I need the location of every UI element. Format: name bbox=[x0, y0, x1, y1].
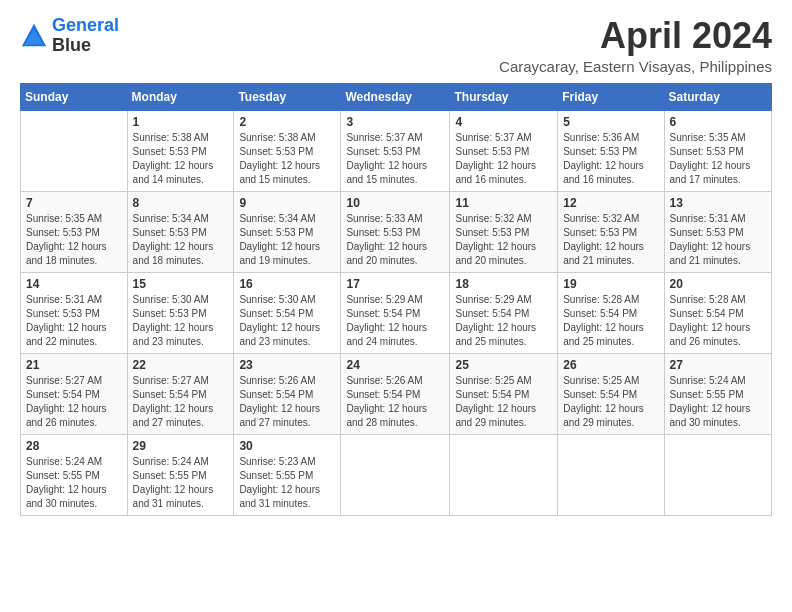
day-number: 8 bbox=[133, 196, 229, 210]
calendar-cell: 6 Sunrise: 5:35 AMSunset: 5:53 PMDayligh… bbox=[664, 110, 771, 191]
calendar-cell bbox=[21, 110, 128, 191]
day-number: 10 bbox=[346, 196, 444, 210]
day-info: Sunrise: 5:31 AMSunset: 5:53 PMDaylight:… bbox=[670, 212, 766, 268]
calendar-cell: 20 Sunrise: 5:28 AMSunset: 5:54 PMDaylig… bbox=[664, 272, 771, 353]
day-info: Sunrise: 5:23 AMSunset: 5:55 PMDaylight:… bbox=[239, 455, 335, 511]
day-info: Sunrise: 5:32 AMSunset: 5:53 PMDaylight:… bbox=[563, 212, 658, 268]
month-title: April 2024 bbox=[499, 16, 772, 56]
calendar-cell: 15 Sunrise: 5:30 AMSunset: 5:53 PMDaylig… bbox=[127, 272, 234, 353]
day-info: Sunrise: 5:32 AMSunset: 5:53 PMDaylight:… bbox=[455, 212, 552, 268]
day-info: Sunrise: 5:24 AMSunset: 5:55 PMDaylight:… bbox=[26, 455, 122, 511]
day-number: 14 bbox=[26, 277, 122, 291]
day-number: 18 bbox=[455, 277, 552, 291]
calendar-cell: 25 Sunrise: 5:25 AMSunset: 5:54 PMDaylig… bbox=[450, 353, 558, 434]
day-number: 17 bbox=[346, 277, 444, 291]
day-number: 12 bbox=[563, 196, 658, 210]
day-info: Sunrise: 5:37 AMSunset: 5:53 PMDaylight:… bbox=[346, 131, 444, 187]
calendar-week-5: 28 Sunrise: 5:24 AMSunset: 5:55 PMDaylig… bbox=[21, 434, 772, 515]
day-info: Sunrise: 5:35 AMSunset: 5:53 PMDaylight:… bbox=[670, 131, 766, 187]
day-info: Sunrise: 5:29 AMSunset: 5:54 PMDaylight:… bbox=[346, 293, 444, 349]
logo-text: GeneralBlue bbox=[52, 16, 119, 56]
day-number: 3 bbox=[346, 115, 444, 129]
calendar-cell: 2 Sunrise: 5:38 AMSunset: 5:53 PMDayligh… bbox=[234, 110, 341, 191]
calendar-cell: 21 Sunrise: 5:27 AMSunset: 5:54 PMDaylig… bbox=[21, 353, 128, 434]
calendar-week-4: 21 Sunrise: 5:27 AMSunset: 5:54 PMDaylig… bbox=[21, 353, 772, 434]
weekday-header-tuesday: Tuesday bbox=[234, 83, 341, 110]
day-number: 22 bbox=[133, 358, 229, 372]
calendar-cell: 19 Sunrise: 5:28 AMSunset: 5:54 PMDaylig… bbox=[558, 272, 664, 353]
calendar-cell bbox=[664, 434, 771, 515]
calendar-cell: 5 Sunrise: 5:36 AMSunset: 5:53 PMDayligh… bbox=[558, 110, 664, 191]
calendar-week-2: 7 Sunrise: 5:35 AMSunset: 5:53 PMDayligh… bbox=[21, 191, 772, 272]
calendar-cell: 16 Sunrise: 5:30 AMSunset: 5:54 PMDaylig… bbox=[234, 272, 341, 353]
day-number: 26 bbox=[563, 358, 658, 372]
day-number: 15 bbox=[133, 277, 229, 291]
day-number: 23 bbox=[239, 358, 335, 372]
day-number: 11 bbox=[455, 196, 552, 210]
calendar-cell: 24 Sunrise: 5:26 AMSunset: 5:54 PMDaylig… bbox=[341, 353, 450, 434]
calendar-cell: 23 Sunrise: 5:26 AMSunset: 5:54 PMDaylig… bbox=[234, 353, 341, 434]
day-info: Sunrise: 5:30 AMSunset: 5:53 PMDaylight:… bbox=[133, 293, 229, 349]
day-info: Sunrise: 5:25 AMSunset: 5:54 PMDaylight:… bbox=[563, 374, 658, 430]
day-info: Sunrise: 5:25 AMSunset: 5:54 PMDaylight:… bbox=[455, 374, 552, 430]
day-info: Sunrise: 5:33 AMSunset: 5:53 PMDaylight:… bbox=[346, 212, 444, 268]
calendar-week-1: 1 Sunrise: 5:38 AMSunset: 5:53 PMDayligh… bbox=[21, 110, 772, 191]
calendar-table: SundayMondayTuesdayWednesdayThursdayFrid… bbox=[20, 83, 772, 516]
calendar-cell: 14 Sunrise: 5:31 AMSunset: 5:53 PMDaylig… bbox=[21, 272, 128, 353]
day-number: 28 bbox=[26, 439, 122, 453]
calendar-cell bbox=[450, 434, 558, 515]
logo: GeneralBlue bbox=[20, 16, 119, 56]
weekday-header-sunday: Sunday bbox=[21, 83, 128, 110]
day-number: 4 bbox=[455, 115, 552, 129]
day-number: 13 bbox=[670, 196, 766, 210]
day-info: Sunrise: 5:28 AMSunset: 5:54 PMDaylight:… bbox=[563, 293, 658, 349]
day-info: Sunrise: 5:26 AMSunset: 5:54 PMDaylight:… bbox=[239, 374, 335, 430]
calendar-cell: 28 Sunrise: 5:24 AMSunset: 5:55 PMDaylig… bbox=[21, 434, 128, 515]
weekday-header-saturday: Saturday bbox=[664, 83, 771, 110]
day-info: Sunrise: 5:27 AMSunset: 5:54 PMDaylight:… bbox=[133, 374, 229, 430]
day-info: Sunrise: 5:36 AMSunset: 5:53 PMDaylight:… bbox=[563, 131, 658, 187]
day-number: 9 bbox=[239, 196, 335, 210]
day-number: 19 bbox=[563, 277, 658, 291]
calendar-cell: 29 Sunrise: 5:24 AMSunset: 5:55 PMDaylig… bbox=[127, 434, 234, 515]
day-number: 16 bbox=[239, 277, 335, 291]
calendar-week-3: 14 Sunrise: 5:31 AMSunset: 5:53 PMDaylig… bbox=[21, 272, 772, 353]
day-number: 5 bbox=[563, 115, 658, 129]
calendar-cell: 7 Sunrise: 5:35 AMSunset: 5:53 PMDayligh… bbox=[21, 191, 128, 272]
day-info: Sunrise: 5:31 AMSunset: 5:53 PMDaylight:… bbox=[26, 293, 122, 349]
title-block: April 2024 Caraycaray, Eastern Visayas, … bbox=[499, 16, 772, 75]
calendar-cell: 30 Sunrise: 5:23 AMSunset: 5:55 PMDaylig… bbox=[234, 434, 341, 515]
day-number: 24 bbox=[346, 358, 444, 372]
day-number: 21 bbox=[26, 358, 122, 372]
day-number: 20 bbox=[670, 277, 766, 291]
calendar-cell: 26 Sunrise: 5:25 AMSunset: 5:54 PMDaylig… bbox=[558, 353, 664, 434]
calendar-cell: 17 Sunrise: 5:29 AMSunset: 5:54 PMDaylig… bbox=[341, 272, 450, 353]
calendar-cell: 1 Sunrise: 5:38 AMSunset: 5:53 PMDayligh… bbox=[127, 110, 234, 191]
day-info: Sunrise: 5:28 AMSunset: 5:54 PMDaylight:… bbox=[670, 293, 766, 349]
calendar-cell bbox=[558, 434, 664, 515]
day-number: 6 bbox=[670, 115, 766, 129]
calendar-cell: 12 Sunrise: 5:32 AMSunset: 5:53 PMDaylig… bbox=[558, 191, 664, 272]
day-info: Sunrise: 5:30 AMSunset: 5:54 PMDaylight:… bbox=[239, 293, 335, 349]
day-info: Sunrise: 5:29 AMSunset: 5:54 PMDaylight:… bbox=[455, 293, 552, 349]
day-info: Sunrise: 5:37 AMSunset: 5:53 PMDaylight:… bbox=[455, 131, 552, 187]
day-info: Sunrise: 5:27 AMSunset: 5:54 PMDaylight:… bbox=[26, 374, 122, 430]
day-number: 25 bbox=[455, 358, 552, 372]
calendar-cell: 13 Sunrise: 5:31 AMSunset: 5:53 PMDaylig… bbox=[664, 191, 771, 272]
calendar-cell: 9 Sunrise: 5:34 AMSunset: 5:53 PMDayligh… bbox=[234, 191, 341, 272]
calendar-cell: 8 Sunrise: 5:34 AMSunset: 5:53 PMDayligh… bbox=[127, 191, 234, 272]
calendar-cell bbox=[341, 434, 450, 515]
weekday-header-monday: Monday bbox=[127, 83, 234, 110]
page-header: GeneralBlue April 2024 Caraycaray, Easte… bbox=[20, 16, 772, 75]
day-number: 2 bbox=[239, 115, 335, 129]
calendar-cell: 27 Sunrise: 5:24 AMSunset: 5:55 PMDaylig… bbox=[664, 353, 771, 434]
logo-icon bbox=[20, 22, 48, 50]
calendar-cell: 3 Sunrise: 5:37 AMSunset: 5:53 PMDayligh… bbox=[341, 110, 450, 191]
day-info: Sunrise: 5:34 AMSunset: 5:53 PMDaylight:… bbox=[239, 212, 335, 268]
weekday-header-friday: Friday bbox=[558, 83, 664, 110]
calendar-cell: 11 Sunrise: 5:32 AMSunset: 5:53 PMDaylig… bbox=[450, 191, 558, 272]
calendar-cell: 18 Sunrise: 5:29 AMSunset: 5:54 PMDaylig… bbox=[450, 272, 558, 353]
day-info: Sunrise: 5:24 AMSunset: 5:55 PMDaylight:… bbox=[133, 455, 229, 511]
weekday-header-thursday: Thursday bbox=[450, 83, 558, 110]
day-info: Sunrise: 5:35 AMSunset: 5:53 PMDaylight:… bbox=[26, 212, 122, 268]
